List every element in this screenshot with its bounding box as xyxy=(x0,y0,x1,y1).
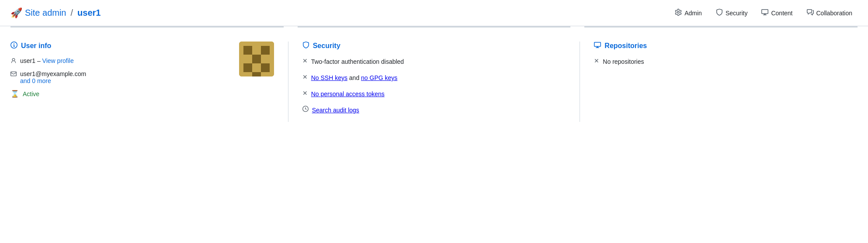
divider-left xyxy=(10,26,284,28)
and-more-link[interactable]: and 0 more xyxy=(20,77,51,84)
repositories-header: Repositories xyxy=(594,42,858,50)
nav-security[interactable]: Security xyxy=(711,6,753,20)
email-text: user1@myexample.com xyxy=(20,70,86,77)
security-title: Security xyxy=(313,42,340,50)
no-gpg-keys-link[interactable]: no GPG keys xyxy=(361,74,397,81)
repositories-section: Repositories ✕ No repositories xyxy=(580,42,858,122)
view-profile-link[interactable]: View profile xyxy=(42,57,74,64)
nav-content[interactable]: Content xyxy=(756,6,798,20)
nav-collaboration-label: Collaboration xyxy=(816,10,853,17)
svg-rect-12 xyxy=(261,72,270,76)
username-row: user1 – View profile xyxy=(10,57,239,65)
svg-rect-9 xyxy=(261,63,270,72)
svg-rect-11 xyxy=(252,72,261,76)
no-repos-row: ✕ No repositories xyxy=(594,57,858,66)
no-ssh-keys-link[interactable]: No SSH keys xyxy=(311,74,347,81)
divider-right xyxy=(584,26,858,28)
nav-admin-label: Admin xyxy=(684,10,702,17)
shield-icon xyxy=(716,9,723,17)
main-content: User info user1 – xyxy=(0,42,868,122)
repo-icon xyxy=(594,42,601,50)
svg-rect-6 xyxy=(261,55,270,63)
svg-rect-3 xyxy=(252,46,261,55)
pat-text: No personal access tokens xyxy=(311,90,385,99)
email-row: user1@myexample.com and 0 more xyxy=(10,70,239,84)
search-audit-logs-link[interactable]: Search audit logs xyxy=(312,107,359,114)
svg-rect-7 xyxy=(243,63,252,72)
header-nav: Admin Security Content xyxy=(670,6,858,20)
user-info-title: User info xyxy=(21,42,51,50)
envelope-icon xyxy=(10,71,17,78)
nav-collaboration[interactable]: Collaboration xyxy=(802,6,858,20)
info-circle-icon xyxy=(10,42,17,50)
user-info-header: User info xyxy=(10,42,239,50)
gear-icon xyxy=(675,9,682,17)
svg-rect-1 xyxy=(243,46,252,55)
site-admin-label: Site admin xyxy=(25,8,66,17)
no-pat-link[interactable]: No personal access tokens xyxy=(311,90,385,97)
security-pat-row: ✕ No personal access tokens xyxy=(302,90,566,99)
nav-admin[interactable]: Admin xyxy=(670,6,707,20)
section-dividers xyxy=(0,26,868,28)
x-icon-pat: ✕ xyxy=(302,90,308,97)
security-audit-row: Search audit logs xyxy=(302,106,566,115)
avatar xyxy=(239,42,274,76)
breadcrumb-separator: / xyxy=(71,8,73,18)
divider-center xyxy=(298,26,571,28)
repositories-title: Repositories xyxy=(604,42,647,50)
header: 🚀 Site admin / user1 Admin xyxy=(0,0,868,26)
user-info-section: User info user1 – xyxy=(10,42,288,122)
monitor-icon xyxy=(761,9,768,17)
user-info-top: User info user1 – xyxy=(10,42,274,103)
security-header: Security xyxy=(302,42,566,50)
chat-icon xyxy=(807,9,814,17)
x-icon-2fa: ✕ xyxy=(302,57,308,64)
svg-rect-8 xyxy=(252,63,261,72)
no-repos-text: No repositories xyxy=(603,57,644,66)
security-section: Security ✕ Two-factor authentication dis… xyxy=(288,42,580,122)
svg-rect-5 xyxy=(252,55,261,63)
ssh-gpg-text: No SSH keys and no GPG keys xyxy=(311,73,398,83)
hourglass-icon: ⌛ xyxy=(10,90,19,98)
x-icon-repos: ✕ xyxy=(594,57,599,64)
status-badge: Active xyxy=(23,90,39,97)
nav-security-label: Security xyxy=(726,10,748,17)
site-admin-link[interactable]: Site admin xyxy=(25,8,66,18)
status-row: ⌛ Active xyxy=(10,90,239,98)
email-details: user1@myexample.com and 0 more xyxy=(20,70,86,84)
username-text: user1 – View profile xyxy=(20,57,74,64)
username-label: user1 xyxy=(77,8,101,18)
security-ssh-row: ✕ No SSH keys and no GPG keys xyxy=(302,73,566,83)
breadcrumb: 🚀 Site admin / user1 xyxy=(10,7,101,19)
x-icon-ssh: ✕ xyxy=(302,73,308,80)
audit-text: Search audit logs xyxy=(312,106,359,115)
svg-rect-2 xyxy=(261,46,270,55)
clock-icon xyxy=(302,106,309,113)
user-info-details: User info user1 – xyxy=(10,42,239,103)
rocket-icon: 🚀 xyxy=(10,7,22,19)
security-shield-icon xyxy=(302,42,309,50)
svg-rect-10 xyxy=(243,72,252,76)
person-icon xyxy=(10,58,17,65)
security-2fa-row: ✕ Two-factor authentication disabled xyxy=(302,57,566,66)
svg-rect-4 xyxy=(243,55,252,63)
2fa-text: Two-factor authentication disabled xyxy=(311,57,404,66)
nav-content-label: Content xyxy=(771,10,792,17)
